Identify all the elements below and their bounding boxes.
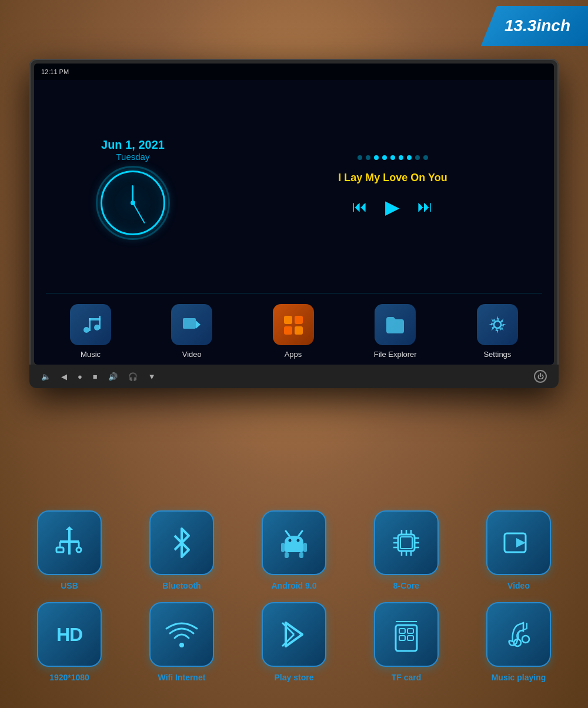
svg-point-44	[179, 643, 184, 647]
svg-rect-49	[399, 629, 405, 633]
settings-app-icon	[477, 304, 518, 345]
app-item-apps[interactable]: Apps	[273, 304, 314, 359]
svg-rect-5	[183, 318, 196, 329]
app-item-video[interactable]: Video	[171, 304, 212, 359]
svg-rect-25	[303, 543, 307, 552]
app-item-settings[interactable]: Settings	[477, 304, 518, 359]
apps-row: Music Video	[34, 293, 554, 365]
back-icon[interactable]: ◀	[61, 372, 67, 381]
day-text: Tuesday	[101, 152, 165, 162]
chip-icon-box	[374, 510, 439, 575]
svg-rect-29	[400, 537, 412, 549]
feature-musicplaying: Music playing	[473, 602, 564, 682]
clock-face	[101, 171, 165, 235]
music-app-label: Music	[81, 350, 101, 359]
music-controls[interactable]: ⏮ ▶ ⏭	[249, 196, 536, 218]
features-row-1: USB Bluetooth	[24, 510, 564, 590]
clock-display: 12:11 PM	[41, 68, 69, 75]
video-app-icon	[171, 304, 212, 345]
feature-tfcard: TF card	[360, 602, 452, 682]
dot-icon[interactable]: ●	[78, 372, 82, 381]
app-item-files[interactable]: File Explorer	[374, 304, 417, 359]
svg-rect-10	[295, 326, 303, 335]
feature-video: Video	[473, 510, 564, 590]
svg-rect-7	[284, 316, 292, 324]
bottom-controls: 🔈 ◀ ● ■ 🔊 🎧 ▼	[41, 372, 156, 381]
playstore-icon-box	[262, 602, 326, 667]
bluetooth-label: Bluetooth	[162, 581, 201, 590]
monitor-frame: 12:11 PM Jun 1, 2021 Tuesday	[29, 59, 559, 388]
dot-5	[390, 155, 395, 160]
music-app-icon	[70, 304, 111, 345]
headphone-icon[interactable]: 🎧	[128, 372, 138, 381]
usb-label: USB	[61, 581, 78, 590]
wifi-label: Wifi Internet	[158, 673, 206, 682]
svg-rect-4	[89, 318, 101, 320]
svg-rect-24	[281, 543, 285, 552]
svg-rect-17	[56, 547, 64, 552]
svg-marker-6	[196, 320, 201, 329]
dot-6	[399, 155, 403, 160]
feature-playstore: Play store	[248, 602, 340, 682]
volume-up-icon[interactable]: 🔊	[108, 372, 118, 381]
volume-down-icon[interactable]: 🔈	[41, 372, 51, 381]
musicplaying-icon-box	[486, 602, 551, 667]
left-panel: Jun 1, 2021 Tuesday	[34, 80, 232, 293]
svg-point-11	[494, 321, 501, 328]
next-button[interactable]: ⏭	[417, 198, 433, 216]
song-title: I Lay My Love On You	[249, 172, 536, 184]
video-app-label: Video	[182, 350, 202, 359]
playstore-label: Play store	[275, 673, 314, 682]
play-button[interactable]: ▶	[385, 196, 400, 218]
clock-widget	[101, 171, 165, 235]
android-icon-box	[262, 510, 326, 575]
files-app-icon	[375, 304, 416, 345]
feature-8core: 8-Core	[360, 510, 452, 590]
android-label: Android 9.0	[271, 581, 316, 590]
dot-1	[358, 155, 362, 160]
usb-icon-box	[37, 510, 102, 575]
bluetooth-icon-box	[149, 510, 214, 575]
svg-rect-51	[399, 636, 405, 640]
progress-dots	[249, 155, 536, 160]
tfcard-icon-box	[374, 602, 439, 667]
svg-point-0	[83, 327, 89, 333]
svg-rect-52	[407, 636, 413, 640]
stop-icon[interactable]: ■	[93, 372, 98, 381]
dot-3	[374, 155, 379, 160]
svg-point-55	[522, 636, 529, 643]
size-label: 13.3inch	[505, 16, 570, 35]
wifi-icon-box	[149, 602, 214, 667]
dot-4	[382, 155, 387, 160]
svg-point-18	[76, 547, 81, 552]
minute-hand	[132, 202, 145, 223]
video-icon-box	[486, 510, 551, 575]
feature-bluetooth: Bluetooth	[136, 510, 228, 590]
dot-2	[366, 155, 370, 160]
svg-rect-50	[407, 629, 413, 633]
svg-line-20	[286, 531, 289, 536]
features-section: USB Bluetooth	[0, 485, 588, 708]
dropdown-icon[interactable]: ▼	[148, 372, 156, 381]
feature-android: Android 9.0	[248, 510, 340, 590]
svg-marker-19	[66, 526, 73, 530]
monitor-controls-bar: 🔈 ◀ ● ■ 🔊 🎧 ▼ ⏻	[29, 365, 559, 388]
features-row-2: HD 1920*1080 Wifi Internet	[24, 602, 564, 682]
prev-button[interactable]: ⏮	[352, 198, 368, 216]
music-player: I Lay My Love On You ⏮ ▶ ⏭	[232, 80, 554, 293]
svg-line-21	[299, 531, 302, 536]
svg-marker-43	[516, 538, 526, 547]
power-button[interactable]: ⏻	[534, 370, 547, 383]
svg-rect-9	[284, 326, 292, 335]
hd-text-icon: HD	[56, 624, 82, 646]
musicplaying-label: Music playing	[492, 673, 546, 682]
hd-label: 1920*1080	[49, 673, 89, 682]
app-item-music[interactable]: Music	[70, 304, 111, 359]
files-app-label: File Explorer	[374, 350, 417, 359]
settings-app-label: Settings	[483, 350, 511, 359]
feature-hd: HD 1920*1080	[24, 602, 115, 682]
status-bar: 12:11 PM	[34, 64, 554, 80]
date-display: Jun 1, 2021 Tuesday	[101, 138, 165, 162]
dot-9	[423, 155, 428, 160]
apps-app-icon	[273, 304, 314, 345]
